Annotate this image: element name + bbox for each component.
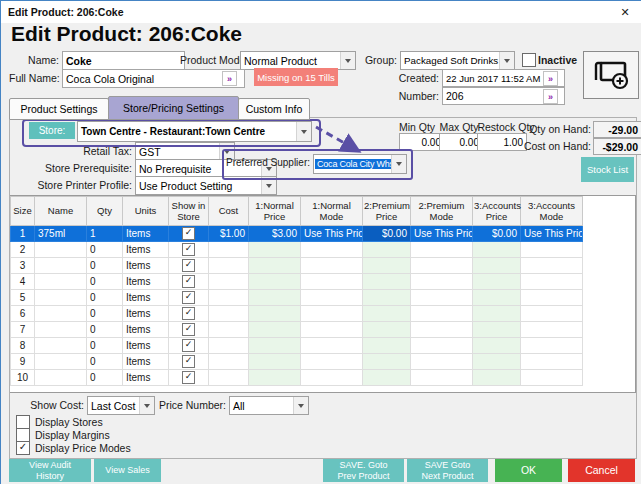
grid-cell-normal-mode[interactable] — [301, 274, 363, 290]
grid-cell-size[interactable]: 2 — [11, 242, 35, 258]
number-expand-button[interactable]: » — [543, 89, 558, 104]
grid-cell-qty[interactable]: 1 — [87, 226, 123, 242]
grid-cell-size[interactable]: 7 — [11, 322, 35, 338]
grid-cell-cost[interactable] — [209, 338, 249, 354]
save-goto-prev-button[interactable]: SAVE. Goto Prev Product — [323, 459, 404, 482]
inactive-checkbox[interactable] — [522, 53, 536, 67]
table-row[interactable]: 80Items — [11, 338, 583, 354]
show-cost-select[interactable]: Last Cost — [87, 396, 155, 415]
grid-cell-qty[interactable]: 0 — [87, 338, 123, 354]
grid-cell-name[interactable] — [35, 370, 87, 386]
grid-cell-premium-price[interactable] — [363, 322, 411, 338]
grid-cell-accounts-mode[interactable] — [521, 370, 583, 386]
grid-cell-premium-price[interactable] — [363, 274, 411, 290]
view-sales-button[interactable]: View Sales — [94, 459, 161, 482]
grid-cell-premium-price[interactable]: $0.00 — [363, 226, 411, 242]
grid-cell-premium-price[interactable] — [363, 354, 411, 370]
show-in-store-checkbox[interactable] — [182, 291, 195, 304]
grid-cell-normal-mode[interactable] — [301, 290, 363, 306]
grid-cell-units[interactable]: Items — [123, 226, 169, 242]
grid-cell-normal-mode[interactable] — [301, 242, 363, 258]
table-row[interactable]: 1375ml1Items$1.00$3.00Use This Price$0.0… — [11, 226, 583, 242]
show-in-store-checkbox[interactable] — [182, 275, 195, 288]
show-in-store-checkbox[interactable] — [182, 243, 195, 256]
tab-product-settings[interactable]: Product Settings — [9, 98, 109, 120]
grid-cell-premium-price[interactable] — [363, 242, 411, 258]
grid-cell-qty[interactable]: 0 — [87, 354, 123, 370]
grid-cell-show-in-store[interactable] — [169, 322, 209, 338]
grid-cell-accounts-price[interactable] — [473, 354, 521, 370]
grid-cell-size[interactable]: 6 — [11, 306, 35, 322]
show-in-store-checkbox[interactable] — [182, 259, 195, 272]
grid-cell-normal-price[interactable]: $3.00 — [249, 226, 301, 242]
grid-cell-premium-mode[interactable] — [411, 274, 473, 290]
grid-cell-size[interactable]: 5 — [11, 290, 35, 306]
grid-cell-size[interactable]: 8 — [11, 338, 35, 354]
grid-cell-show-in-store[interactable] — [169, 306, 209, 322]
grid-cell-premium-mode[interactable] — [411, 370, 473, 386]
grid-cell-cost[interactable] — [209, 354, 249, 370]
view-audit-history-button[interactable]: View Audit History — [9, 459, 91, 482]
show-in-store-checkbox[interactable] — [182, 339, 195, 352]
show-in-store-checkbox[interactable] — [182, 307, 195, 320]
grid-cell-size[interactable]: 4 — [11, 274, 35, 290]
grid-cell-units[interactable]: Items — [123, 306, 169, 322]
grid-cell-accounts-mode[interactable] — [521, 290, 583, 306]
grid-cell-cost[interactable] — [209, 290, 249, 306]
show-in-store-checkbox[interactable] — [182, 323, 195, 336]
grid-cell-accounts-price[interactable] — [473, 258, 521, 274]
show-in-store-checkbox[interactable] — [182, 355, 195, 368]
grid-cell-accounts-mode[interactable] — [521, 322, 583, 338]
grid-cell-normal-mode[interactable] — [301, 258, 363, 274]
grid-cell-accounts-price[interactable] — [473, 274, 521, 290]
grid-cell-show-in-store[interactable] — [169, 226, 209, 242]
grid-cell-normal-price[interactable] — [249, 322, 301, 338]
grid-cell-premium-mode[interactable] — [411, 258, 473, 274]
store-select[interactable]: Town Centre - Restaurant:Town Centre — [77, 121, 312, 142]
grid-cell-qty[interactable]: 0 — [87, 322, 123, 338]
grid-cell-premium-mode[interactable] — [411, 242, 473, 258]
grid-cell-qty[interactable]: 0 — [87, 290, 123, 306]
store-printer-profile-select[interactable]: Use Product Setting — [135, 176, 277, 195]
grid-cell-units[interactable]: Items — [123, 242, 169, 258]
grid-cell-cost[interactable] — [209, 322, 249, 338]
grid-cell-size[interactable]: 10 — [11, 370, 35, 386]
show-in-store-checkbox[interactable] — [182, 371, 195, 384]
grid-cell-size[interactable]: 1 — [11, 226, 35, 242]
grid-cell-qty[interactable]: 0 — [87, 274, 123, 290]
save-goto-next-button[interactable]: SAVE Goto Next Product — [407, 459, 488, 482]
full-name-expand-button[interactable]: » — [222, 71, 237, 86]
grid-cell-normal-price[interactable] — [249, 306, 301, 322]
group-select[interactable]: Packaged Soft Drinks — [400, 51, 515, 70]
grid-cell-name[interactable] — [35, 322, 87, 338]
grid-cell-premium-price[interactable] — [363, 258, 411, 274]
table-row[interactable]: 90Items — [11, 354, 583, 370]
grid-cell-cost[interactable] — [209, 306, 249, 322]
copy-product-button[interactable] — [583, 51, 639, 99]
grid-cell-normal-mode[interactable] — [301, 306, 363, 322]
grid-cell-normal-price[interactable] — [249, 290, 301, 306]
grid-cell-premium-mode[interactable] — [411, 338, 473, 354]
grid-cell-normal-price[interactable] — [249, 242, 301, 258]
grid-cell-qty[interactable]: 0 — [87, 370, 123, 386]
grid-cell-normal-price[interactable] — [249, 354, 301, 370]
preferred-supplier-select[interactable]: Coca Cola City Whse — [313, 154, 407, 174]
cancel-button[interactable]: Cancel — [568, 459, 635, 482]
table-row[interactable]: 50Items — [11, 290, 583, 306]
grid-cell-name[interactable] — [35, 242, 87, 258]
grid-cell-qty[interactable]: 0 — [87, 258, 123, 274]
grid-cell-accounts-mode[interactable] — [521, 338, 583, 354]
grid-cell-name[interactable] — [35, 338, 87, 354]
table-row[interactable]: 100Items — [11, 370, 583, 386]
ok-button[interactable]: OK — [495, 459, 562, 482]
grid-cell-show-in-store[interactable] — [169, 370, 209, 386]
grid-cell-name[interactable] — [35, 290, 87, 306]
table-row[interactable]: 60Items — [11, 306, 583, 322]
grid-cell-units[interactable]: Items — [123, 258, 169, 274]
grid-cell-units[interactable]: Items — [123, 322, 169, 338]
grid-cell-premium-price[interactable] — [363, 306, 411, 322]
grid-cell-premium-price[interactable] — [363, 290, 411, 306]
grid-cell-premium-mode[interactable] — [411, 354, 473, 370]
full-name-input[interactable]: Coca Cola Original — [62, 69, 245, 88]
grid-cell-units[interactable]: Items — [123, 290, 169, 306]
